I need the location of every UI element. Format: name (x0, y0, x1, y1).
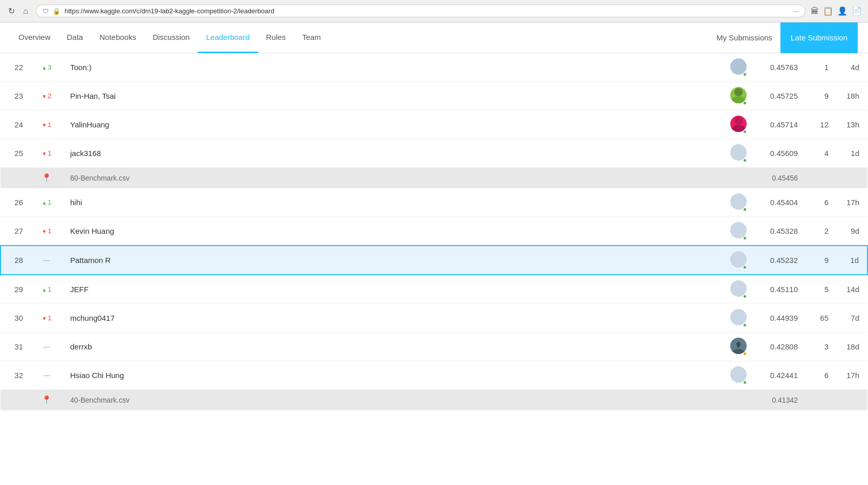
tab-discussion[interactable]: Discussion (144, 23, 198, 53)
change-indicator: — (39, 343, 54, 350)
table-row: 31 — derrxb 0.42808 3 (1, 333, 867, 361)
tab-team[interactable]: Team (294, 23, 329, 53)
time-cell: 14d (837, 275, 867, 304)
online-dot (743, 352, 747, 356)
online-dot (743, 381, 747, 384)
arrow-down-icon (41, 92, 47, 100)
change-cell: 1 (31, 188, 62, 217)
change-cell: 1 (31, 275, 62, 304)
entries-cell: 5 (806, 275, 837, 304)
avatar-cell (722, 275, 755, 304)
avatar-cell (722, 82, 755, 111)
name-cell: derrxb (62, 333, 722, 361)
tab-overview[interactable]: Overview (10, 23, 59, 53)
tab-rules[interactable]: Rules (258, 23, 294, 53)
name-cell: Pin-Han, Tsai (62, 82, 722, 111)
change-indicator: 2 (39, 92, 54, 100)
change-cell: 1 (31, 139, 62, 168)
pin-icon: 📍 (41, 173, 52, 182)
nav-tabs: Overview Data Notebooks Discussion Leade… (0, 23, 868, 53)
online-dot (743, 295, 747, 298)
table-row: 27 1 Kevin Huang 0.45328 2 9d (1, 217, 867, 246)
change-cell: — (31, 246, 62, 275)
benchmark-score: 0.41342 (755, 390, 806, 410)
name-cell: Pattamon R (62, 246, 722, 275)
benchmark-name: 40-Benchmark.csv (62, 390, 722, 410)
online-dot (743, 101, 747, 105)
table-row: 24 1 YalinHuang 0.45714 (1, 111, 867, 139)
time-cell: 18h (837, 82, 867, 111)
online-dot (743, 236, 747, 240)
benchmark-entries (806, 390, 837, 410)
pdf-icon[interactable]: 📄 (852, 6, 862, 16)
rank-cell: 22 (1, 53, 31, 82)
page-content: Overview Data Notebooks Discussion Leade… (0, 23, 868, 410)
avatar-container (730, 309, 747, 327)
name-cell: Kevin Huang (62, 217, 722, 246)
avatar-container (730, 366, 747, 384)
benchmark-name: 60-Benchmark.csv (62, 168, 722, 188)
table-row: 32 — Hsiao Chi Hung 0.42441 6 17h (1, 361, 867, 390)
home-icon[interactable]: ⌂ (20, 6, 31, 16)
reader-icon[interactable]: 📋 (823, 6, 833, 16)
change-indicator: 3 (39, 63, 54, 71)
name-cell: Hsiao Chi Hung (62, 361, 722, 390)
avatar-container (730, 116, 747, 134)
avatar-container (730, 193, 747, 211)
benchmark-rank (1, 390, 31, 410)
score-cell: 0.42441 (755, 361, 806, 390)
change-indicator: 1 (39, 285, 54, 293)
rank-cell: 24 (1, 111, 31, 139)
benchmark-score: 0.45456 (755, 168, 806, 188)
entries-cell: 9 (806, 246, 837, 275)
entries-cell: 1 (806, 53, 837, 82)
rank-cell: 25 (1, 139, 31, 168)
name-cell: YalinHuang (62, 111, 722, 139)
table-row: 29 1 JEFF 0.45110 5 14d (1, 275, 867, 304)
entries-cell: 9 (806, 82, 837, 111)
benchmark-time (837, 168, 867, 188)
time-cell: 13h (837, 111, 867, 139)
benchmark-pin: 📍 (31, 390, 62, 410)
name-cell: Toon:) (62, 53, 722, 82)
address-bar[interactable]: 🛡 🔒 https://www.kaggle.com/c/dm19-lab2-k… (36, 5, 806, 17)
time-cell: 17h (837, 188, 867, 217)
change-cell: 3 (31, 53, 62, 82)
tab-leaderboard[interactable]: Leaderboard (198, 23, 258, 53)
table-row: 30 1 mchung0417 0.44939 65 7d (1, 304, 867, 333)
avatar-container (730, 280, 747, 298)
browser-chrome: ↻ ⌂ 🛡 🔒 https://www.kaggle.com/c/dm19-la… (0, 0, 868, 23)
change-indicator: 1 (39, 199, 54, 206)
avatar-cell (722, 304, 755, 333)
arrow-down-icon (41, 121, 47, 128)
table-row: 22 3 Toon:) 0.45763 1 4d (1, 53, 867, 82)
score-cell: 0.45609 (755, 139, 806, 168)
score-cell: 0.45110 (755, 275, 806, 304)
score-cell: 0.44939 (755, 304, 806, 333)
avatar-cell (722, 333, 755, 361)
arrow-down-icon (41, 314, 47, 322)
name-cell: JEFF (62, 275, 722, 304)
change-indicator: 1 (39, 149, 54, 157)
pocket-icon[interactable]: 🏛 (811, 7, 819, 16)
arrow-up-icon (41, 285, 47, 293)
pin-icon: 📍 (41, 395, 52, 404)
my-submissions-link[interactable]: My Submissions (708, 23, 780, 53)
arrow-up-icon (41, 199, 47, 206)
profile-icon[interactable]: 👤 (837, 6, 848, 16)
avatar-cell (722, 53, 755, 82)
highlighted-row: 28 — Pattamon R 0.45232 9 1d (1, 246, 867, 275)
avatar-container (730, 144, 747, 162)
tab-notebooks[interactable]: Notebooks (91, 23, 144, 53)
online-dot (743, 130, 747, 134)
online-dot (743, 266, 747, 269)
rank-cell: 29 (1, 275, 31, 304)
score-cell: 0.45725 (755, 82, 806, 111)
rank-cell: 26 (1, 188, 31, 217)
time-cell: 18d (837, 333, 867, 361)
late-submission-button[interactable]: Late Submission (780, 23, 858, 53)
tab-data[interactable]: Data (59, 23, 92, 53)
change-indicator: — (39, 256, 54, 264)
refresh-icon[interactable]: ↻ (6, 6, 16, 16)
url-text: https://www.kaggle.com/c/dm19-lab2-kaggl… (65, 7, 789, 15)
